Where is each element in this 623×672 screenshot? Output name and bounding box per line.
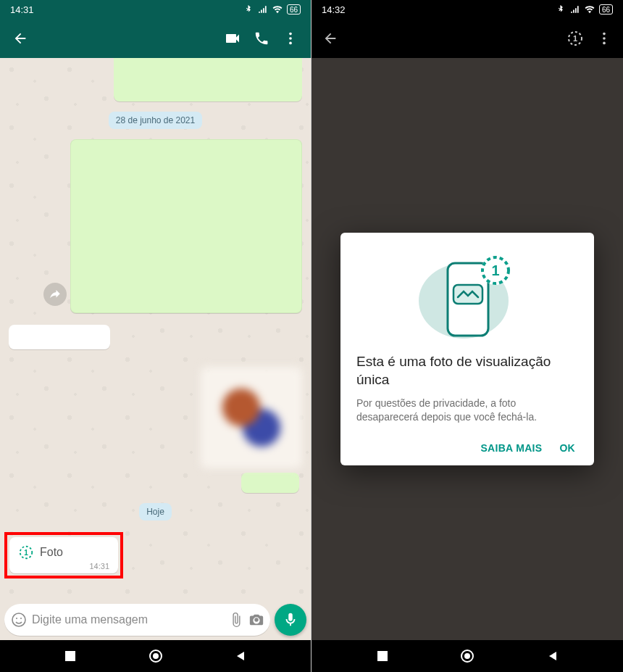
attachment-icon[interactable] bbox=[228, 612, 244, 628]
voice-call-button[interactable] bbox=[247, 24, 276, 53]
back-button[interactable] bbox=[6, 24, 35, 53]
arrow-left-icon bbox=[322, 30, 338, 46]
status-time: 14:31 bbox=[10, 4, 34, 15]
svg-point-2 bbox=[289, 42, 292, 45]
svg-point-6 bbox=[16, 618, 17, 619]
bluetooth-icon bbox=[556, 4, 566, 14]
outgoing-media-blurred[interactable] bbox=[201, 367, 302, 468]
svg-point-5 bbox=[12, 613, 25, 626]
message-input-bar: Digite uma mensagem bbox=[0, 600, 311, 640]
incoming-message[interactable] bbox=[9, 325, 110, 349]
message-time: 14:31 bbox=[18, 562, 109, 571]
battery-indicator: 66 bbox=[287, 4, 301, 14]
android-nav-bar bbox=[0, 640, 311, 672]
wifi-icon bbox=[272, 4, 283, 14]
square-icon bbox=[377, 650, 388, 662]
menu-button[interactable] bbox=[276, 24, 305, 53]
nav-recent-button[interactable] bbox=[56, 642, 85, 671]
learn-more-button[interactable]: SAIBA MAIS bbox=[480, 442, 542, 454]
more-vert-icon bbox=[596, 30, 612, 46]
media-viewer-header: 1 bbox=[312, 19, 623, 58]
circle-icon bbox=[460, 649, 474, 663]
forward-button[interactable] bbox=[43, 283, 67, 306]
svg-rect-8 bbox=[65, 651, 75, 661]
status-icons: 66 bbox=[243, 4, 301, 14]
svg-point-7 bbox=[20, 618, 22, 619]
back-button[interactable] bbox=[316, 24, 345, 53]
signal-icon bbox=[570, 4, 580, 14]
status-bar: 14:31 66 bbox=[0, 0, 311, 19]
svg-point-13 bbox=[603, 33, 606, 36]
media-viewer-body: 1 Esta é uma foto de visualização única … bbox=[312, 58, 623, 640]
chat-area[interactable]: 28 de junho de 2021 Hoje 1 Foto bbox=[0, 58, 311, 600]
svg-rect-22 bbox=[377, 651, 388, 661]
outgoing-message-small[interactable] bbox=[241, 473, 299, 493]
triangle-left-icon bbox=[235, 650, 246, 662]
android-nav-bar bbox=[312, 640, 623, 672]
svg-text:1: 1 bbox=[24, 549, 28, 557]
status-icons: 66 bbox=[556, 4, 613, 14]
input-placeholder: Digite uma mensagem bbox=[32, 613, 224, 626]
nav-home-button[interactable] bbox=[453, 642, 482, 671]
svg-point-0 bbox=[289, 33, 292, 36]
signal-icon bbox=[258, 4, 268, 14]
nav-back-button[interactable] bbox=[226, 642, 255, 671]
video-call-button[interactable] bbox=[218, 24, 247, 53]
menu-button[interactable] bbox=[590, 24, 619, 53]
svg-rect-18 bbox=[453, 285, 482, 304]
date-separator-today: Hoje bbox=[139, 503, 172, 520]
svg-point-1 bbox=[289, 37, 292, 40]
triangle-left-icon bbox=[547, 650, 559, 662]
nav-back-button[interactable] bbox=[538, 642, 567, 671]
dialog-illustration: 1 bbox=[356, 249, 578, 343]
svg-text:1: 1 bbox=[573, 34, 577, 43]
whatsapp-chat-screen: 14:31 66 28 de junho de 2021 bbox=[0, 0, 312, 672]
nav-recent-button[interactable] bbox=[368, 642, 397, 671]
status-time: 14:32 bbox=[322, 4, 346, 15]
view-once-icon: 1 bbox=[566, 30, 584, 47]
view-once-viewer-screen: 14:32 66 1 bbox=[312, 0, 623, 672]
svg-point-14 bbox=[603, 37, 606, 40]
svg-point-15 bbox=[603, 42, 606, 45]
nav-home-button[interactable] bbox=[141, 642, 170, 671]
dialog-title: Esta é uma foto de visualização única bbox=[356, 353, 578, 389]
contact-name-redacted bbox=[345, 32, 561, 45]
status-bar: 14:32 66 bbox=[312, 0, 623, 19]
more-vert-icon bbox=[283, 30, 298, 46]
arrow-left-icon bbox=[12, 30, 28, 46]
outgoing-message[interactable] bbox=[114, 58, 302, 101]
tutorial-highlight: 1 Foto 14:31 bbox=[4, 532, 123, 578]
ok-button[interactable]: OK bbox=[559, 442, 575, 454]
view-once-label: Foto bbox=[40, 546, 63, 559]
chat-header bbox=[0, 19, 311, 58]
forward-icon bbox=[49, 288, 62, 301]
microphone-icon bbox=[283, 612, 298, 628]
voice-message-button[interactable] bbox=[275, 604, 306, 636]
svg-text:1: 1 bbox=[491, 262, 499, 278]
view-once-icon: 1 bbox=[18, 544, 34, 560]
view-once-message[interactable]: 1 Foto 14:31 bbox=[9, 537, 118, 573]
camera-icon[interactable] bbox=[248, 612, 264, 628]
svg-point-10 bbox=[153, 653, 159, 659]
square-icon bbox=[64, 650, 76, 662]
outgoing-media-message[interactable] bbox=[70, 139, 302, 313]
video-icon bbox=[224, 30, 241, 47]
circle-icon bbox=[149, 649, 163, 663]
view-once-indicator-button[interactable]: 1 bbox=[561, 24, 590, 53]
wifi-icon bbox=[585, 4, 595, 14]
battery-indicator: 66 bbox=[599, 4, 613, 14]
bluetooth-icon bbox=[243, 4, 254, 14]
date-separator: 28 de junho de 2021 bbox=[109, 112, 202, 129]
view-once-info-dialog: 1 Esta é uma foto de visualização única … bbox=[340, 233, 594, 465]
dialog-body: Por questões de privacidade, a foto desa… bbox=[356, 397, 578, 425]
emoji-icon[interactable] bbox=[10, 611, 28, 629]
message-input[interactable]: Digite uma mensagem bbox=[4, 604, 270, 636]
svg-point-24 bbox=[464, 653, 470, 659]
phone-icon bbox=[254, 30, 269, 46]
